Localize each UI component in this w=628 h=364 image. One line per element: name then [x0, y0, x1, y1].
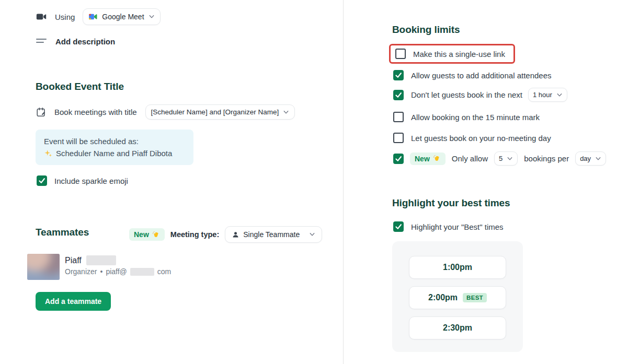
- lead-time-value: 1 hour: [533, 91, 552, 99]
- teammate-name: Piaff: [65, 256, 82, 265]
- booked-event-title-heading: Booked Event Title: [36, 81, 124, 92]
- meeting-title-row: Book meetings with title [Scheduler Name…: [36, 104, 295, 120]
- best-times-preview-card: 1:00pm 2:00pm BEST 2:30pm: [392, 241, 523, 352]
- new-badge-label: New: [134, 230, 149, 239]
- add-description-label: Add description: [55, 37, 115, 46]
- event-settings-page: Using Google Meet A: [0, 0, 628, 364]
- schedule-preview-line1: Event will be scheduled as:: [44, 135, 185, 147]
- time-slot-label: 2:00pm: [428, 293, 458, 302]
- using-label: Using: [55, 13, 75, 21]
- chevron-down-icon: [309, 231, 315, 238]
- single-use-highlight-box: Make this a single-use link: [389, 44, 515, 64]
- meeting-title-value: [Scheduler Name] and [Organizer Name]: [151, 108, 279, 116]
- chevron-down-icon: [283, 109, 289, 115]
- name-redaction: [86, 255, 116, 265]
- lead-time-row: Don't let guests book in the next 1 hour: [393, 88, 567, 102]
- bookings-unit-dropdown[interactable]: day: [575, 151, 606, 166]
- best-times-heading: Highlight your best times: [392, 197, 510, 209]
- conferencing-row: Using Google Meet: [36, 8, 161, 25]
- description-icon: [36, 36, 47, 47]
- person-icon: [232, 231, 239, 239]
- new-badge: New: [129, 228, 165, 241]
- new-badge: New: [410, 152, 446, 165]
- max-bookings-checkbox[interactable]: [393, 154, 404, 164]
- lead-time-dropdown[interactable]: 1 hour: [528, 88, 567, 102]
- add-description-row[interactable]: Add description: [36, 36, 115, 47]
- teammates-heading: Teammates: [36, 227, 89, 238]
- max-bookings-text-middle: bookings per: [524, 154, 569, 163]
- additional-attendees-label: Allow guests to add additional attendees: [411, 71, 552, 80]
- checkmark-icon: [395, 155, 402, 162]
- best-times-label: Highlight your "Best" times: [411, 222, 504, 231]
- meeting-type-value: Single Teammate: [243, 230, 300, 239]
- single-use-label: Make this a single-use link: [413, 50, 505, 58]
- teammate-email-suffix: com: [157, 267, 171, 276]
- conferencing-value: Google Meet: [102, 13, 144, 21]
- conferencing-dropdown[interactable]: Google Meet: [83, 8, 160, 25]
- meeting-type-dropdown[interactable]: Single Teammate: [225, 226, 322, 243]
- no-meeting-day-label: Let guests book on your no-meeting day: [411, 134, 551, 143]
- wave-emoji-icon: [433, 155, 441, 162]
- sparkle-emoji-checkbox[interactable]: [37, 175, 47, 186]
- meeting-type-label: Meeting type:: [170, 230, 219, 239]
- teammate-email-prefix: piaff@: [106, 267, 127, 276]
- checkmark-icon: [38, 177, 45, 184]
- column-divider: [343, 0, 344, 364]
- teammate-role: Organizer: [65, 267, 97, 276]
- meeting-type-row: New Meeting type: Single Teammate: [129, 226, 322, 243]
- checkmark-icon: [395, 72, 402, 79]
- best-times-checkbox-row: Highlight your "Best" times: [393, 221, 504, 232]
- checkmark-icon: [395, 223, 402, 230]
- time-slot-button[interactable]: 1:00pm: [409, 256, 506, 279]
- additional-attendees-checkbox[interactable]: [393, 70, 404, 80]
- max-bookings-text-before: Only allow: [452, 154, 488, 163]
- google-meet-logo: [88, 12, 98, 21]
- teammate-info: Piaff Organizer • piaff@ com: [65, 255, 171, 276]
- time-slot-label: 2:30pm: [443, 323, 472, 333]
- lead-time-label: Don't let guests book in the next: [411, 90, 522, 99]
- no-meeting-day-row: Let guests book on your no-meeting day: [393, 133, 551, 143]
- booking-limits-heading: Booking limits: [392, 24, 460, 36]
- sparkle-emoji-checkbox-row: Include sparkle emoji: [37, 175, 128, 186]
- bullet-separator: •: [100, 267, 102, 276]
- bookings-count-dropdown[interactable]: 5: [494, 151, 518, 166]
- time-slot-button[interactable]: 2:00pm BEST: [409, 286, 506, 309]
- email-redaction: [130, 268, 154, 276]
- schedule-preview-box: Event will be scheduled as: Scheduler Na…: [36, 130, 193, 165]
- schedule-preview-line2: Scheduler Name and Piaff Dibota: [56, 147, 172, 159]
- additional-attendees-row: Allow guests to add additional attendees: [393, 70, 552, 80]
- meeting-title-dropdown[interactable]: [Scheduler Name] and [Organizer Name]: [145, 104, 295, 120]
- bookings-unit-value: day: [580, 155, 591, 162]
- quarter-mark-row: Allow booking on the 15 minute mark: [393, 112, 540, 122]
- chevron-down-icon: [595, 156, 601, 162]
- best-times-checkbox[interactable]: [393, 221, 404, 232]
- wave-emoji-icon: [152, 231, 160, 239]
- checkmark-icon: [395, 91, 402, 99]
- new-badge-label: New: [415, 155, 430, 163]
- time-slot-button[interactable]: 2:30pm: [409, 316, 506, 339]
- sparkle-emoji-icon: [44, 149, 52, 158]
- time-slot-label: 1:00pm: [443, 263, 472, 272]
- meeting-title-label: Book meetings with title: [54, 108, 137, 116]
- bookings-count-value: 5: [499, 155, 503, 162]
- max-bookings-row: New Only allow 5 bookings per day: [393, 151, 606, 166]
- quarter-mark-label: Allow booking on the 15 minute mark: [411, 113, 540, 122]
- chevron-down-icon: [556, 92, 563, 98]
- teammate-avatar: [27, 254, 60, 280]
- quarter-mark-checkbox[interactable]: [393, 112, 404, 122]
- no-meeting-day-checkbox[interactable]: [393, 133, 404, 143]
- single-use-checkbox[interactable]: [395, 49, 406, 59]
- chevron-down-icon: [149, 14, 155, 20]
- lead-time-checkbox[interactable]: [393, 90, 404, 100]
- chevron-down-icon: [507, 156, 513, 162]
- add-teammate-button[interactable]: Add a teammate: [36, 292, 111, 311]
- sparkle-emoji-label: Include sparkle emoji: [54, 177, 128, 185]
- video-camera-icon: [36, 11, 47, 22]
- best-badge: BEST: [463, 293, 487, 302]
- calendar-edit-icon: [36, 107, 47, 118]
